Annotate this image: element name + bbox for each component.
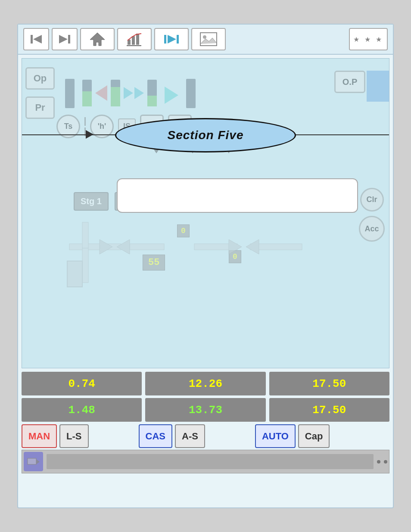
svg-marker-22 [229, 240, 242, 254]
main-diagram-area: Op Pr [22, 58, 389, 368]
svg-marker-2 [59, 35, 68, 44]
image-button[interactable] [191, 28, 226, 50]
svg-rect-7 [136, 34, 139, 45]
footer-dot-2 [384, 460, 387, 464]
svg-rect-25 [28, 458, 36, 464]
svg-rect-18 [82, 222, 88, 248]
input-box[interactable] [117, 178, 358, 213]
data-cell-1-1[interactable]: 0.74 [22, 372, 142, 395]
bar-group-right [186, 79, 196, 108]
footer-dot-1 [377, 460, 380, 464]
bar-group-1 [65, 79, 75, 108]
svg-marker-20 [100, 240, 112, 254]
svg-rect-14 [69, 244, 121, 250]
acc-button[interactable]: Acc [359, 216, 385, 242]
svg-marker-23 [246, 240, 259, 254]
clr-button[interactable]: Clr [360, 188, 384, 212]
ls-button[interactable]: L-S [59, 424, 88, 448]
arrow-right-cyan[interactable] [165, 87, 178, 108]
svg-marker-26 [36, 459, 40, 464]
data-row-2: 1.48 13.73 17.50 [22, 398, 389, 422]
op-button[interactable]: Op [25, 67, 55, 90]
svg-rect-15 [130, 244, 164, 250]
svg-point-13 [203, 35, 206, 39]
footer-icon[interactable] [24, 452, 43, 471]
section-title: Section Five [168, 128, 244, 142]
svg-marker-0 [33, 35, 42, 44]
svg-marker-21 [117, 240, 130, 254]
forward-button[interactable] [52, 28, 78, 50]
data-cell-1-3[interactable]: 17.50 [269, 372, 389, 395]
cap-button[interactable]: Cap [298, 424, 330, 448]
svg-rect-9 [164, 35, 166, 44]
data-cell-2-3[interactable]: 17.50 [269, 398, 389, 422]
toolbar: ★ ★ ★ [18, 25, 393, 55]
stars-button[interactable]: ★ ★ ★ [349, 28, 388, 50]
data-cell-1-2[interactable]: 12.26 [145, 372, 265, 395]
back-button[interactable] [23, 28, 49, 50]
svg-rect-3 [68, 35, 70, 44]
section-five-oval: Section Five [115, 118, 296, 152]
svg-rect-19 [82, 248, 88, 283]
diagram-background: Op Pr [22, 59, 389, 368]
data-row-1: 0.74 12.26 17.50 [22, 372, 389, 395]
main-window: ★ ★ ★ Op Pr [17, 24, 394, 508]
footer-progress [47, 454, 374, 469]
svg-rect-1 [31, 35, 33, 44]
arrow-left-icon[interactable] [95, 85, 107, 101]
arrow-right-double-icon[interactable] [124, 87, 144, 99]
stg1-button[interactable]: Stg 1 [74, 192, 109, 211]
svg-rect-6 [132, 36, 135, 45]
mode-buttons-row: MAN L-S CAS A-S AUTO Cap [22, 424, 389, 448]
blue-indicator [367, 71, 389, 102]
op-right-button[interactable]: O.P [334, 71, 365, 93]
data-display-area: 0.74 12.26 17.50 1.48 13.73 17.50 MAN L-… [22, 372, 389, 448]
svg-rect-24 [67, 261, 82, 287]
man-button[interactable]: MAN [22, 424, 57, 448]
chart-button[interactable] [117, 28, 152, 50]
svg-marker-10 [168, 35, 176, 44]
footer-bar [22, 450, 389, 473]
as-button[interactable]: A-S [175, 424, 205, 448]
play-button[interactable] [154, 28, 189, 50]
svg-marker-4 [90, 33, 105, 46]
svg-rect-11 [177, 35, 179, 44]
cas-button[interactable]: CAS [139, 424, 172, 448]
pipe-diagram [44, 209, 345, 296]
arrow-into-oval [86, 130, 93, 139]
data-cell-2-1[interactable]: 1.48 [22, 398, 142, 422]
auto-button[interactable]: AUTO [255, 424, 296, 448]
data-cell-2-2[interactable]: 13.73 [145, 398, 265, 422]
home-button[interactable] [80, 28, 115, 50]
pr-button[interactable]: Pr [25, 96, 55, 119]
media-controls-center [82, 80, 157, 108]
